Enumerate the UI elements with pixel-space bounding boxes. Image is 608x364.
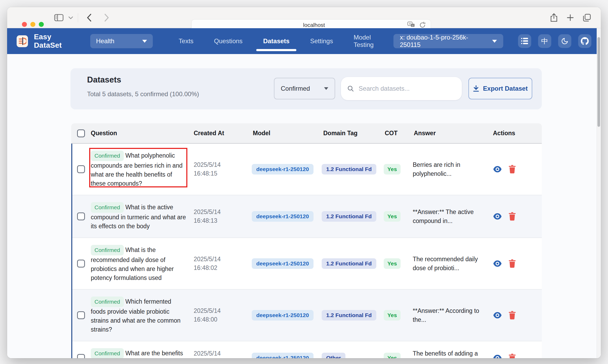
created-time: 16:48:02 xyxy=(194,264,252,272)
model-chip[interactable]: deepseek-r1-250120 xyxy=(252,211,314,222)
domain-tag-chip[interactable]: 1.2 Functional Fd xyxy=(322,258,376,269)
tab-model-testing[interactable]: Model Testing xyxy=(353,31,386,51)
github-icon xyxy=(581,37,589,45)
export-dataset-button[interactable]: Export Dataset xyxy=(468,78,532,99)
column-header-actions: Actions xyxy=(489,130,542,137)
view-button[interactable] xyxy=(493,260,502,267)
view-button[interactable] xyxy=(493,213,502,220)
table-row: ConfirmedWhich fermented foods provide v… xyxy=(71,290,542,341)
download-icon xyxy=(473,85,479,92)
translate-icon[interactable]: A x xyxy=(407,22,415,28)
search-input[interactable] xyxy=(359,85,455,92)
app-navbar: Easy DataSet Health Texts Questions Data… xyxy=(7,28,601,54)
brand-title: Easy DataSet xyxy=(34,33,80,50)
table-body: ConfirmedWhat polyphenolic compounds are… xyxy=(71,144,542,358)
row-checkbox[interactable] xyxy=(77,212,85,220)
row-checkbox[interactable] xyxy=(77,354,85,358)
status-badge: Confirmed xyxy=(91,297,124,307)
status-filter-select[interactable]: Confirmed xyxy=(274,78,335,99)
domain-tag-chip[interactable]: 1.2 Functional Fd xyxy=(322,310,376,321)
sidebar-toggle-icon[interactable] xyxy=(54,14,64,21)
created-date: 2025/5/14 xyxy=(194,307,252,315)
task-list-button[interactable] xyxy=(518,34,531,48)
answer-preview: The benefits of adding a magnesium sulfa… xyxy=(413,349,483,358)
tab-texts[interactable]: Texts xyxy=(178,35,194,47)
scrollbar-thumb[interactable] xyxy=(597,37,600,127)
row-checkbox[interactable] xyxy=(77,311,85,319)
minimize-window-button[interactable] xyxy=(30,22,35,27)
language-toggle-button[interactable]: 中 xyxy=(538,34,551,48)
model-chip[interactable]: deepseek-r1-250120 xyxy=(252,164,314,174)
delete-button[interactable] xyxy=(509,354,516,358)
delete-button[interactable] xyxy=(509,165,516,173)
new-tab-icon[interactable] xyxy=(567,14,574,21)
view-button[interactable] xyxy=(493,312,502,319)
dark-mode-button[interactable] xyxy=(558,34,571,48)
cot-badge: Yes xyxy=(384,258,401,269)
language-chinese-icon: 中 xyxy=(541,37,548,46)
row-checkbox[interactable] xyxy=(77,165,85,173)
status-badge: Confirmed xyxy=(91,202,124,213)
tab-overview-icon[interactable] xyxy=(583,14,591,22)
delete-button[interactable] xyxy=(509,311,516,319)
reload-icon[interactable] xyxy=(419,22,426,28)
project-select[interactable]: Health xyxy=(90,34,153,48)
created-date: 2025/5/14 xyxy=(194,349,252,358)
browser-window: localhost A x xyxy=(7,7,601,358)
github-button[interactable] xyxy=(578,34,591,48)
answer-preview: **Answer:** According to the... xyxy=(413,306,483,324)
svg-text:x: x xyxy=(412,24,414,27)
created-date: 2025/5/14 xyxy=(194,208,252,216)
column-header-model: Model xyxy=(252,130,322,137)
svg-text:A: A xyxy=(409,22,411,25)
select-all-checkbox[interactable] xyxy=(77,129,85,137)
page-title: Datasets xyxy=(87,75,121,85)
view-button[interactable] xyxy=(493,355,502,358)
answer-preview: Berries are rich in polyphenolic... xyxy=(413,160,483,178)
created-time: 16:48:00 xyxy=(194,315,252,324)
page-content: Datasets Total 5 datasets, 5 confirmed (… xyxy=(7,54,601,358)
model-select[interactable]: x: doubao-1-5-pro-256k-250115 xyxy=(393,34,503,48)
share-icon[interactable] xyxy=(550,13,558,22)
tab-questions[interactable]: Questions xyxy=(213,35,243,47)
app-logo[interactable] xyxy=(17,35,28,47)
delete-button[interactable] xyxy=(509,212,516,221)
address-bar-url[interactable]: localhost xyxy=(192,22,407,28)
close-window-button[interactable] xyxy=(22,22,27,27)
search-box[interactable] xyxy=(341,77,462,100)
model-chip[interactable]: deepseek-r1-250120 xyxy=(252,353,314,358)
table-row: ConfirmedWhat are the benefits of adding… xyxy=(71,341,542,358)
delete-button[interactable] xyxy=(509,259,516,268)
model-chip[interactable]: deepseek-r1-250120 xyxy=(252,310,314,321)
tab-datasets[interactable]: Datasets xyxy=(263,35,290,47)
back-button[interactable] xyxy=(87,13,92,22)
column-header-created: Created At xyxy=(194,130,252,137)
forward-button[interactable] xyxy=(104,13,109,22)
domain-tag-chip[interactable]: Other xyxy=(322,353,345,358)
model-chip[interactable]: deepseek-r1-250120 xyxy=(252,258,314,269)
moon-icon xyxy=(561,37,568,45)
view-button[interactable] xyxy=(493,166,502,173)
table-accent-border xyxy=(71,144,72,358)
desktop-background: localhost A x xyxy=(0,0,608,364)
status-badge: Confirmed xyxy=(91,151,124,161)
project-select-value: Health xyxy=(96,37,114,45)
cot-badge: Yes xyxy=(384,211,401,222)
status-badge: Confirmed xyxy=(91,245,124,255)
row-checkbox[interactable] xyxy=(77,260,85,268)
datasets-summary-text: Total 5 datasets, 5 confirmed (100.00%) xyxy=(87,90,199,98)
domain-tag-chip[interactable]: 1.2 Functional Fd xyxy=(322,211,376,222)
tab-settings[interactable]: Settings xyxy=(310,35,334,47)
domain-tag-chip[interactable]: 1.2 Functional Fd xyxy=(322,164,376,174)
answer-preview: The recommended daily dose of probioti..… xyxy=(413,255,483,273)
toolbar-divider xyxy=(78,13,78,22)
scrollbar-track[interactable] xyxy=(597,28,601,358)
status-filter-value: Confirmed xyxy=(281,85,310,92)
browser-toolbar: localhost A x xyxy=(7,7,601,28)
maximize-window-button[interactable] xyxy=(39,22,44,27)
table-row: ConfirmedWhat is the active compound in … xyxy=(71,195,542,238)
window-controls xyxy=(22,22,44,27)
sidebar-chevron-down-icon[interactable] xyxy=(68,16,73,19)
cot-badge: Yes xyxy=(384,353,401,358)
table-header-row: Question Created At Model Domain Tag COT… xyxy=(71,123,542,144)
